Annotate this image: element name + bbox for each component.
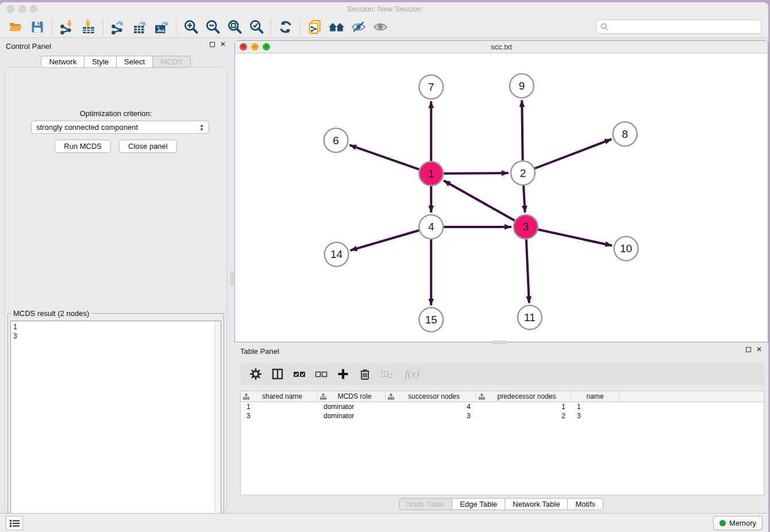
- graph-edge-3-10[interactable]: [538, 230, 612, 246]
- ndex-button[interactable]: [326, 18, 348, 36]
- table-tab-edge-table[interactable]: Edge Table: [452, 498, 505, 510]
- graph-edge-3-1[interactable]: [444, 180, 515, 221]
- table-tab-node-table[interactable]: Node Table: [399, 498, 453, 510]
- table-cell[interactable]: 3: [386, 411, 476, 421]
- table-cell[interactable]: dominator: [318, 411, 386, 421]
- fit-content-button[interactable]: [224, 18, 245, 36]
- column-header-shared-name[interactable]: shared name: [241, 391, 318, 402]
- close-table-panel-icon[interactable]: ✕: [756, 346, 762, 352]
- zoom-in-button[interactable]: [180, 18, 202, 36]
- table-tab-motifs[interactable]: Motifs: [568, 498, 603, 510]
- graph-edge-4-14[interactable]: [351, 230, 419, 250]
- graph-edge-1-6[interactable]: [349, 145, 419, 169]
- graph-node-14[interactable]: 14: [325, 242, 349, 267]
- graph-edge-2-9[interactable]: [522, 100, 522, 160]
- save-session-button[interactable]: [26, 18, 48, 36]
- table-cell[interactable]: 3: [571, 411, 619, 421]
- table-cell[interactable]: dominator: [318, 402, 386, 411]
- graph-node-4[interactable]: 4: [419, 215, 443, 239]
- float-panel-icon[interactable]: [210, 42, 215, 47]
- table-cell[interactable]: 1: [476, 402, 571, 411]
- tab-select[interactable]: Select: [117, 56, 153, 68]
- table-cell[interactable]: 2: [476, 411, 571, 421]
- table-splitter-handle[interactable]: [492, 341, 507, 344]
- graph-node-2[interactable]: 2: [511, 161, 535, 185]
- network-view-window: ✕ − + scc.txt 7968124314101511: [234, 40, 768, 342]
- hide-selected-button[interactable]: [348, 18, 369, 36]
- open-session-icon: [8, 20, 23, 34]
- zoom-out-button[interactable]: [202, 18, 224, 36]
- export-table-button[interactable]: [129, 18, 151, 36]
- table-cell[interactable]: 1: [241, 402, 318, 411]
- graph-edge-3-11[interactable]: [526, 240, 529, 303]
- shared-column-icon: [479, 394, 485, 400]
- mcds-result-scrollbar[interactable]: [215, 321, 221, 529]
- run-mcds-button[interactable]: Run MCDS: [55, 140, 111, 153]
- graph-node-3[interactable]: 3: [514, 215, 538, 239]
- table-tab-network-table[interactable]: Network Table: [505, 498, 568, 510]
- column-header-MCDS-role[interactable]: MCDS role: [318, 391, 386, 402]
- import-network-button[interactable]: [56, 18, 78, 36]
- criterion-select[interactable]: strongly connected component ▲▼: [31, 121, 209, 134]
- panel-splitter-handle[interactable]: [230, 271, 233, 286]
- column-header-predecessor-nodes[interactable]: predecessor nodes: [476, 391, 571, 402]
- table-row[interactable]: 1dominator411: [241, 402, 764, 411]
- column-header-name[interactable]: name: [571, 391, 619, 402]
- open-session-button[interactable]: [5, 18, 26, 36]
- memory-button[interactable]: Memory: [713, 516, 763, 530]
- show-all-button[interactable]: [369, 18, 391, 36]
- table-cell[interactable]: 3: [241, 411, 318, 421]
- graph-node-1[interactable]: 1: [419, 161, 443, 186]
- unselect-all-columns-button[interactable]: [311, 365, 331, 383]
- table-cell[interactable]: 4: [386, 402, 476, 411]
- column-header-successor-nodes[interactable]: successor nodes: [386, 391, 476, 402]
- delete-table-button[interactable]: [377, 365, 396, 383]
- memory-status-icon: [719, 520, 726, 526]
- function-builder-button[interactable]: f(x): [399, 365, 425, 383]
- mcds-result-item[interactable]: 1: [13, 322, 218, 331]
- graph-edge-2-8[interactable]: [534, 139, 611, 168]
- table-mode-gear-button[interactable]: [246, 365, 265, 383]
- control-panel-tabs: NetworkStyleSelectMCDS: [0, 56, 232, 68]
- delete-columns-button[interactable]: [355, 365, 375, 383]
- search-box[interactable]: [596, 20, 761, 34]
- export-network-icon: [110, 20, 125, 34]
- export-network-button[interactable]: [107, 18, 129, 36]
- graph-node-7[interactable]: 7: [419, 75, 443, 99]
- tab-style[interactable]: Style: [84, 56, 117, 68]
- apply-layout-button[interactable]: [275, 18, 297, 36]
- task-history-button[interactable]: [6, 516, 23, 530]
- show-columns-button[interactable]: [268, 365, 287, 383]
- graph-edge-1-2[interactable]: [444, 173, 509, 174]
- tab-network[interactable]: Network: [41, 56, 84, 68]
- float-table-panel-icon[interactable]: [746, 347, 751, 352]
- list-icon: [10, 519, 20, 527]
- table-row[interactable]: 3dominator323: [241, 411, 764, 421]
- export-image-button[interactable]: [151, 18, 172, 36]
- graph-node-label: 3: [523, 221, 529, 233]
- graph-node-8[interactable]: 8: [613, 122, 637, 146]
- close-panel-icon[interactable]: ✕: [220, 41, 226, 47]
- network-canvas[interactable]: 7968124314101511: [235, 53, 768, 342]
- graph-node-11[interactable]: 11: [518, 306, 542, 330]
- graph-node-15[interactable]: 15: [419, 308, 443, 332]
- close-panel-button[interactable]: Close panel: [119, 140, 177, 153]
- graph-edge-2-3[interactable]: [523, 186, 525, 213]
- create-column-button[interactable]: [333, 365, 353, 383]
- table-cell[interactable]: 1: [571, 402, 619, 411]
- search-input[interactable]: [609, 22, 757, 31]
- app-window: Session: New Session: [0, 2, 768, 532]
- graph-node-10[interactable]: 10: [614, 237, 638, 261]
- mcds-result-item[interactable]: 3: [13, 331, 218, 341]
- ndex-icon: [328, 20, 345, 34]
- tab-mcds[interactable]: MCDS: [153, 56, 190, 68]
- graph-node-label: 9: [519, 80, 525, 92]
- zoom-selected-button[interactable]: [245, 18, 267, 36]
- graph-node-6[interactable]: 6: [324, 128, 348, 152]
- import-network-icon: [59, 20, 74, 34]
- columns-icon: [272, 368, 283, 380]
- import-table-button[interactable]: [78, 18, 99, 36]
- graph-node-9[interactable]: 9: [510, 74, 534, 98]
- new-network-from-selection-button[interactable]: [304, 18, 326, 36]
- select-all-columns-button[interactable]: [290, 365, 309, 383]
